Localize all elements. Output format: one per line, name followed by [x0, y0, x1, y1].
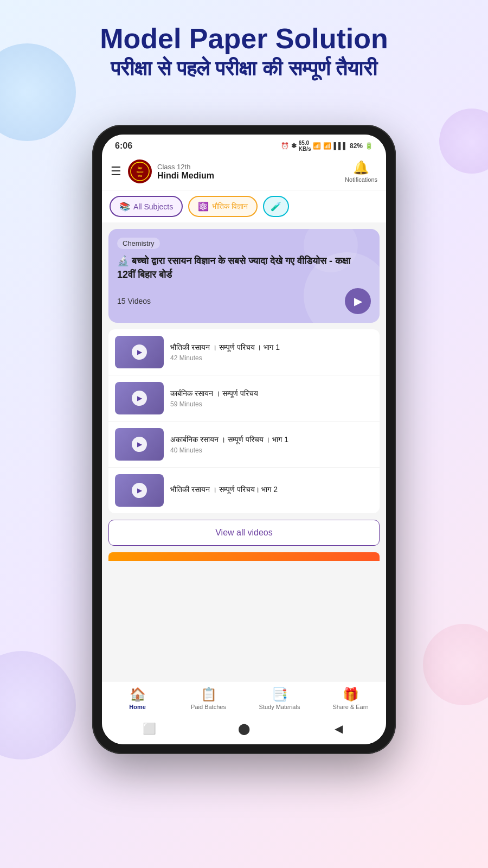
thumb-play-icon-4: ▶ — [132, 483, 147, 498]
home-button[interactable]: ⬤ — [236, 720, 252, 737]
battery-icon: 🔋 — [365, 142, 373, 150]
phone-mockup: 6:06 ⏰ ✱ 65.0KB/s 📶 📶 ▌▌▌ 82% 🔋 ☰ — [92, 125, 396, 754]
nav-home[interactable]: 🏠 Home — [102, 681, 173, 715]
notification-label: Notifications — [345, 176, 377, 183]
bottom-nav: 🏠 Home 📋 Paid Batches 📑 Study Materials … — [102, 681, 386, 715]
hamburger-button[interactable]: ☰ — [111, 164, 121, 178]
video-item-3[interactable]: ▶ अकार्बनिक रसायन । सम्पूर्ण परिचय । भाग… — [108, 422, 380, 468]
share-earn-icon: 🎁 — [343, 687, 359, 702]
page-header: Model Paper Solution परीक्षा से पहले परी… — [0, 0, 488, 82]
video-duration-1: 42 Minutes — [170, 354, 373, 362]
video-title-4: भौतिकी रसायन । सम्पूर्ण परिचय। भाग 2 — [170, 484, 373, 494]
signal-icon: ▌▌▌ — [333, 142, 348, 150]
class-label: Class 12th — [157, 163, 345, 171]
page-title-line1: Model Paper Solution — [0, 22, 488, 55]
video-item-1[interactable]: ▶ भौतिकी रसायन । सम्पूर्ण परिचय । भाग 1 … — [108, 329, 380, 375]
physics-label: भौतिक विज्ञान — [212, 202, 248, 211]
tab-all-subjects[interactable]: 📚 All Subjects — [110, 196, 183, 217]
subject-tabs: 📚 All Subjects ⚛️ भौतिक विज्ञान 🧪 — [102, 190, 386, 222]
study-materials-icon: 📑 — [272, 687, 288, 702]
video-item-4[interactable]: ▶ भौतिकी रसायन । सम्पूर्ण परिचय। भाग 2 — [108, 468, 380, 513]
nav-share-earn[interactable]: 🎁 Share & Earn — [315, 681, 386, 715]
card-bottom: 15 Videos ▶ — [117, 288, 371, 314]
main-content: Chemistry 🔬 बच्चो द्वारा रसायन विज्ञान क… — [102, 222, 386, 681]
bg-decoration-2 — [439, 108, 488, 174]
card-subject-label: Chemistry — [117, 238, 160, 249]
school-logo: बिहार विद्यालय परीक्षा — [128, 159, 152, 183]
study-materials-label: Study Materials — [259, 704, 300, 711]
video-title-2: कार्बनिक रसायन । सम्पूर्ण परिचय — [170, 388, 373, 398]
video-duration-2: 59 Minutes — [170, 400, 373, 408]
books-icon: 📚 — [119, 201, 130, 212]
video-info-1: भौतिकी रसायन । सम्पूर्ण परिचय । भाग 1 42… — [170, 342, 373, 362]
back-button[interactable]: ◀ — [331, 720, 347, 737]
notification-button[interactable]: 🔔 Notifications — [345, 160, 377, 183]
thumb-play-icon-1: ▶ — [132, 344, 147, 360]
svg-text:परीक्षा: परीक्षा — [137, 175, 143, 177]
bell-icon: 🔔 — [353, 160, 369, 175]
card-title: 🔬 बच्चो द्वारा रसायन विज्ञान के सबसे ज्य… — [117, 254, 371, 282]
share-earn-label: Share & Earn — [332, 704, 368, 711]
status-time: 6:06 — [115, 141, 132, 151]
video-list: ▶ भौतिकी रसायन । सम्पूर्ण परिचय । भाग 1 … — [108, 329, 380, 513]
video-count: 15 Videos — [117, 297, 151, 305]
thumb-play-icon-2: ▶ — [132, 391, 147, 406]
paid-batches-label: Paid Batches — [191, 704, 226, 711]
video-duration-3: 40 Minutes — [170, 446, 373, 454]
app-header: ☰ बिहार विद्यालय परीक्षा Class 12th Hind… — [102, 155, 386, 190]
tab-physics[interactable]: ⚛️ भौतिक विज्ञान — [188, 196, 258, 217]
sim-icon: 📶 — [323, 142, 331, 150]
video-title-1: भौतिकी रसायन । सम्पूर्ण परिचय । भाग 1 — [170, 342, 373, 352]
bg-decoration-4 — [423, 624, 488, 705]
video-item-2[interactable]: ▶ कार्बनिक रसायन । सम्पूर्ण परिचय 59 Min… — [108, 375, 380, 422]
video-info-3: अकार्बनिक रसायन । सम्पूर्ण परिचय । भाग 1… — [170, 435, 373, 454]
video-thumbnail-4: ▶ — [115, 474, 164, 507]
tab-chemistry[interactable]: 🧪 — [263, 196, 289, 217]
bluetooth-icon: ✱ — [291, 142, 297, 150]
status-icons: ⏰ ✱ 65.0KB/s 📶 📶 ▌▌▌ 82% 🔋 — [281, 140, 373, 152]
home-label: Home — [129, 704, 146, 711]
video-thumbnail-2: ▶ — [115, 382, 164, 414]
svg-text:विद्यालय: विद्यालय — [136, 171, 144, 174]
alarm-icon: ⏰ — [281, 142, 289, 150]
thumb-play-icon-3: ▶ — [132, 437, 147, 452]
view-all-button[interactable]: View all videos — [108, 520, 380, 546]
video-thumbnail-3: ▶ — [115, 428, 164, 461]
video-info-4: भौतिकी रसायन । सम्पूर्ण परिचय। भाग 2 — [170, 484, 373, 496]
home-icon: 🏠 — [130, 687, 146, 702]
recent-apps-button[interactable]: ⬜ — [141, 720, 157, 737]
data-speed: 65.0KB/s — [299, 140, 311, 152]
phone-shell: 6:06 ⏰ ✱ 65.0KB/s 📶 📶 ▌▌▌ 82% 🔋 ☰ — [92, 125, 396, 754]
video-info-2: कार्बनिक रसायन । सम्पूर्ण परिचय 59 Minut… — [170, 388, 373, 408]
svg-text:बिहार: बिहार — [137, 167, 143, 170]
all-subjects-label: All Subjects — [133, 202, 173, 211]
video-thumbnail-1: ▶ — [115, 336, 164, 368]
nav-study-materials[interactable]: 📑 Study Materials — [244, 681, 315, 715]
battery-percent: 82% — [350, 142, 363, 150]
orange-banner — [108, 552, 380, 561]
school-info: Class 12th Hindi Medium — [157, 163, 345, 181]
atom-icon: ⚛️ — [198, 201, 209, 212]
phone-screen: 6:06 ⏰ ✱ 65.0KB/s 📶 📶 ▌▌▌ 82% 🔋 ☰ — [102, 135, 386, 744]
medium-label: Hindi Medium — [157, 171, 345, 181]
wifi-icon: 📶 — [313, 142, 321, 150]
video-title-3: अकार्बनिक रसायन । सम्पूर्ण परिचय । भाग 1 — [170, 435, 373, 444]
nav-paid-batches[interactable]: 📋 Paid Batches — [173, 681, 244, 715]
featured-card[interactable]: Chemistry 🔬 बच्चो द्वारा रसायन विज्ञान क… — [108, 229, 380, 323]
phone-nav-bar: ⬜ ⬤ ◀ — [102, 715, 386, 744]
featured-play-button[interactable]: ▶ — [345, 288, 371, 314]
flask-icon: 🧪 — [271, 201, 281, 212]
status-bar: 6:06 ⏰ ✱ 65.0KB/s 📶 📶 ▌▌▌ 82% 🔋 — [102, 135, 386, 155]
paid-batches-icon: 📋 — [201, 687, 217, 702]
bg-decoration-3 — [0, 651, 76, 760]
